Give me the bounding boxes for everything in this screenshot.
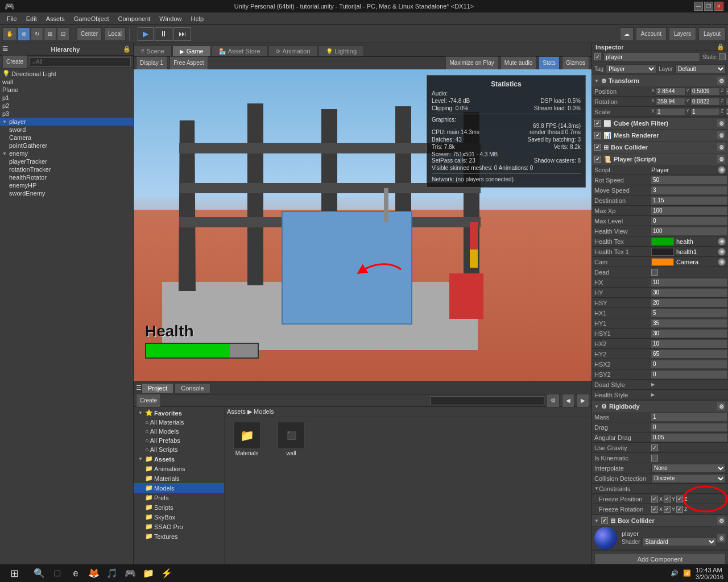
h-item-plane[interactable]: Plane <box>0 86 133 94</box>
menu-gameobject[interactable]: GameObject <box>69 14 114 23</box>
close-btn[interactable]: ✕ <box>714 2 723 11</box>
material-settings[interactable]: ⚙ <box>717 534 726 543</box>
transform-header[interactable]: ▼ ⊕ Transform ⚙ <box>592 75 728 86</box>
rigidbody-header[interactable]: ▼ ⚙ Rigidbody ⚙ <box>592 401 728 412</box>
mesh-filter-header[interactable]: ⬜ Cube (Mesh Filter) ⚙ <box>592 118 728 129</box>
freeze-pos-x[interactable] <box>651 496 658 502</box>
menu-component[interactable]: Component <box>113 14 155 23</box>
freeze-rot-x[interactable] <box>651 506 658 513</box>
menu-window[interactable]: Window <box>155 14 186 23</box>
proj-nav-back[interactable]: ◀ <box>562 394 574 408</box>
rot-z-field[interactable] <box>725 98 728 106</box>
health-tex1-btn[interactable]: ◉ <box>718 248 726 256</box>
player-script-settings[interactable]: ⚙ <box>717 155 726 164</box>
rb-settings[interactable]: ⚙ <box>717 402 726 411</box>
health-tex1-swatch[interactable] <box>651 248 674 256</box>
h-item-p3[interactable]: p3 <box>0 110 133 118</box>
file-materials[interactable]: 📁 Materials <box>227 419 267 459</box>
h-item-p1[interactable]: p1 <box>0 94 133 102</box>
tab-console[interactable]: Console <box>175 383 210 393</box>
freeze-rot-y[interactable] <box>664 506 671 513</box>
cam-btn[interactable]: ◉ <box>718 258 726 266</box>
mesh-renderer-checkbox[interactable] <box>594 132 601 139</box>
bc2-settings[interactable]: ⚙ <box>717 516 726 525</box>
destination-field[interactable] <box>651 197 727 205</box>
hierarchy-search[interactable] <box>30 57 131 66</box>
player-script-checkbox[interactable] <box>594 156 601 163</box>
aspect-dropdown[interactable]: Free Aspect <box>169 56 208 70</box>
layers-dropdown[interactable]: Layers <box>669 27 696 41</box>
tab-animation[interactable]: ⟳Animation <box>268 45 318 56</box>
hx1-field[interactable] <box>651 309 727 317</box>
pos-y-field[interactable] <box>690 88 720 95</box>
add-component-btn[interactable]: Add Component <box>594 553 726 564</box>
freeze-rot-z[interactable] <box>676 506 683 513</box>
mass-field[interactable] <box>651 413 727 421</box>
static-checkbox[interactable] <box>719 53 726 60</box>
hy1-field[interactable] <box>651 319 727 327</box>
max-level-field[interactable] <box>651 217 727 225</box>
project-search[interactable] <box>431 396 544 405</box>
h-item-playertracker[interactable]: playerTracker <box>0 157 133 165</box>
mesh-renderer-header[interactable]: 📊 Mesh Renderer ⚙ <box>592 130 728 141</box>
cam-swatch[interactable] <box>651 258 674 266</box>
rot-y-field[interactable] <box>690 98 720 106</box>
box-collider2-header[interactable]: ▼ ⊞ Box Collider ⚙ <box>592 515 728 526</box>
pos-z-field[interactable] <box>725 88 728 95</box>
menu-file[interactable]: File <box>2 14 22 23</box>
rect-tool[interactable]: ⊡ <box>57 27 69 41</box>
object-name-field[interactable] <box>603 52 700 61</box>
health-view-field[interactable] <box>651 227 727 235</box>
pos-x-field[interactable] <box>656 88 685 95</box>
shader-dropdown[interactable]: Standard <box>642 537 717 546</box>
hsy1-field[interactable] <box>651 330 727 338</box>
transform-settings-btn[interactable]: ⚙ <box>717 76 726 85</box>
taskbar-search-icon[interactable]: 🔍 <box>31 565 48 582</box>
h-item-sword[interactable]: sword <box>0 126 133 134</box>
menu-assets[interactable]: Assets <box>42 14 69 23</box>
file-wall[interactable]: ⬛ wall <box>271 419 311 459</box>
rotate-tool[interactable]: ↻ <box>31 27 43 41</box>
game-view[interactable]: Statistics Audio: Level: -74.8 dB DSP lo… <box>134 69 592 381</box>
mesh-filter-settings[interactable]: ⚙ <box>717 119 726 128</box>
taskbar-firefox-icon[interactable]: 🦊 <box>85 565 102 582</box>
start-button[interactable]: ⊞ <box>0 564 28 583</box>
hy-field[interactable] <box>651 289 727 297</box>
mesh-filter-checkbox[interactable] <box>594 120 601 127</box>
folder-scripts[interactable]: 📁 Scripts <box>134 502 224 512</box>
taskbar-unity-icon[interactable]: 🎮 <box>122 565 139 582</box>
h-item-player[interactable]: ▼player <box>0 118 133 126</box>
hierarchy-create-btn[interactable]: Create <box>2 55 27 69</box>
script-ref-btn[interactable]: ◉ <box>718 166 726 174</box>
health-tex-btn[interactable]: ◉ <box>718 238 726 246</box>
h-item-rotationtracker[interactable]: rotationTracker <box>0 165 133 173</box>
folder-textures[interactable]: 📁 Textures <box>134 531 224 541</box>
folder-materials[interactable]: 📁 Materials <box>134 473 224 483</box>
layer-dropdown[interactable]: Default <box>675 64 726 73</box>
minimize-btn[interactable]: — <box>694 2 703 11</box>
assets-root[interactable]: ▼ 📁 Assets <box>134 454 224 464</box>
h-item-swordenemy[interactable]: swordEnemy <box>0 189 133 197</box>
box-collider-checkbox[interactable] <box>594 144 601 151</box>
favorites-root[interactable]: ▼ ⭐ Favorites <box>134 408 224 418</box>
taskbar-task-view-icon[interactable]: □ <box>49 565 66 582</box>
rot-speed-field[interactable] <box>651 176 727 184</box>
tag-dropdown[interactable]: Player <box>606 64 656 73</box>
taskbar-edge-icon[interactable]: e <box>67 565 84 582</box>
proj-settings-btn[interactable]: ⚙ <box>547 394 560 408</box>
h-item-healthrotator[interactable]: healthRotator <box>0 173 133 181</box>
maximize-on-play-btn[interactable]: Maximize on Play <box>445 56 498 70</box>
folder-models[interactable]: 📁 Models <box>134 483 224 493</box>
scale-y-field[interactable] <box>690 108 720 116</box>
hy2-field[interactable] <box>651 350 727 358</box>
play-button[interactable]: ▶ <box>138 27 154 41</box>
scale-x-field[interactable] <box>656 108 685 116</box>
dead-checkbox[interactable] <box>651 269 658 276</box>
tab-project[interactable]: Project <box>142 383 173 393</box>
fav-all-materials[interactable]: ○ All Materials <box>134 418 224 427</box>
cloud-button[interactable]: ☁ <box>620 27 634 41</box>
project-create-btn[interactable]: Create <box>136 394 161 408</box>
taskbar-explorer-icon[interactable]: 📁 <box>140 565 157 582</box>
mute-audio-btn[interactable]: Mute audio <box>500 56 536 70</box>
h-item-p2[interactable]: p2 <box>0 102 133 110</box>
